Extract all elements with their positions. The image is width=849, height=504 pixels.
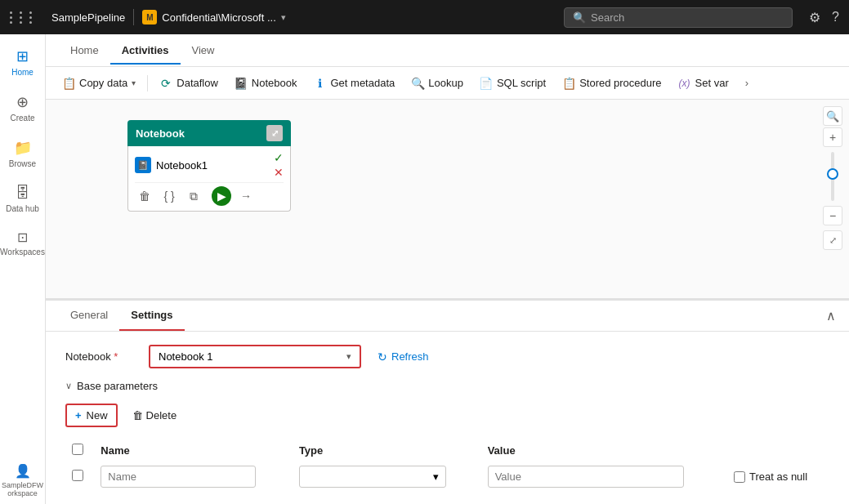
notebook-form-label: Notebook * — [65, 350, 139, 363]
sidebar-item-datahub[interactable]: 🗄 Data hub — [2, 178, 43, 220]
delete-node-btn[interactable]: 🗑 — [135, 186, 154, 206]
zoom-in-btn[interactable]: + — [823, 127, 842, 147]
toolbar-dataflow[interactable]: ⟳ Dataflow — [153, 74, 225, 93]
lookup-label: Lookup — [428, 77, 463, 89]
bottom-tabs: General Settings — [59, 301, 185, 331]
select-all-checkbox[interactable] — [72, 444, 83, 455]
sidebar-label-create: Create — [10, 114, 34, 123]
notebook-node[interactable]: Notebook ⤢ 📓 Notebook1 ✓ ✕ 🗑 { } — [127, 120, 291, 212]
connect-node-btn[interactable]: → — [236, 186, 256, 206]
base-params-toggle[interactable]: ∨ Base parameters — [65, 380, 158, 392]
param-type-select[interactable]: ▾ — [299, 466, 446, 488]
node-corner-btn[interactable]: ⤢ — [266, 125, 283, 141]
topbar-divider — [133, 9, 134, 25]
zoom-out-btn[interactable]: − — [823, 206, 842, 225]
toolbar-stored-procedure[interactable]: 📋 Stored procedure — [556, 74, 668, 93]
tab-activities[interactable]: Activities — [110, 38, 181, 65]
sidebar-item-home[interactable]: ⊞ Home — [2, 41, 43, 83]
tab-home[interactable]: Home — [59, 38, 110, 65]
sidebar-label-browse: Browse — [9, 159, 36, 168]
workspace-selector[interactable]: M Confidential\Microsoft ... ▾ — [142, 10, 285, 25]
delete-label: Delete — [146, 409, 177, 421]
row-checkbox[interactable] — [72, 470, 83, 481]
dataflow-label: Dataflow — [177, 77, 218, 89]
toolbar-sql-script[interactable]: 📄 SQL script — [473, 74, 552, 93]
notebook-value: Notebook 1 — [159, 350, 213, 363]
settings-icon[interactable]: ⚙ — [809, 10, 820, 25]
toolbar-divider-1 — [147, 75, 148, 91]
notebook-form-row: Notebook * Notebook 1 ▾ ↻ Refresh — [65, 345, 829, 368]
user-icon: 👤 — [15, 463, 31, 479]
tab-general[interactable]: General — [59, 301, 119, 331]
zoom-slider-thumb[interactable] — [827, 168, 838, 180]
search-input[interactable] — [591, 11, 784, 24]
sidebar-label-workspace-user: SampleDFW orkspace — [2, 481, 43, 497]
sql-script-icon: 📄 — [480, 77, 493, 90]
sidebar-label-workspaces: Workspaces — [0, 248, 45, 256]
toolbar-lookup[interactable]: 🔍 Lookup — [404, 74, 470, 93]
code-node-btn[interactable]: { } — [159, 186, 179, 206]
refresh-btn[interactable]: ↻ Refresh — [371, 347, 436, 367]
table-actions: + New 🗑 Delete — [65, 404, 829, 427]
activity-name: Notebook1 — [156, 159, 208, 172]
sidebar-label-datahub: Data hub — [6, 204, 39, 213]
bottom-panel: General Settings ∧ Notebook * Notebook 1… — [46, 298, 849, 504]
notebook-toolbar-label: Notebook — [252, 77, 297, 89]
copy-node-btn[interactable]: ⧉ — [184, 186, 203, 206]
set-var-icon: (x) — [678, 77, 691, 90]
copy-data-label: Copy data — [79, 77, 127, 89]
param-value-input[interactable] — [488, 466, 684, 488]
delete-param-btn[interactable]: 🗑 Delete — [124, 405, 185, 426]
sidebar-item-browse[interactable]: 📁 Browse — [2, 132, 43, 175]
settings-content: Notebook * Notebook 1 ▾ ↻ Refresh ∨ — [46, 332, 849, 504]
apps-grid-icon[interactable] — [10, 11, 37, 24]
dataflow-icon: ⟳ — [159, 77, 172, 90]
browse-icon: 📁 — [14, 139, 32, 157]
sidebar-label-home: Home — [11, 68, 34, 77]
toolbar-set-var[interactable]: (x) Set var — [672, 74, 735, 93]
copy-data-chevron: ▾ — [132, 78, 136, 87]
param-type-chevron: ▾ — [433, 471, 439, 483]
sidebar-item-workspaces[interactable]: ⊡ Workspaces — [2, 223, 43, 263]
run-node-btn[interactable]: ▶ — [212, 186, 231, 206]
stored-procedure-icon: 📋 — [562, 77, 575, 90]
search-bar[interactable]: 🔍 — [564, 7, 793, 28]
topbar-actions: ⚙ ? — [809, 10, 839, 25]
sql-script-label: SQL script — [497, 77, 546, 89]
params-table: Name Type Value — [65, 439, 829, 491]
tab-settings[interactable]: Settings — [119, 301, 184, 331]
node-actions: 🗑 { } ⧉ ▶ → — [135, 182, 284, 206]
tab-view[interactable]: View — [181, 38, 226, 65]
activity-row: 📓 Notebook1 ✓ ✕ — [135, 151, 284, 179]
nav-tabs: Home Activities View — [46, 34, 849, 67]
home-icon: ⊞ — [16, 47, 29, 65]
activity-toolbar: 📋 Copy data ▾ ⟳ Dataflow 📓 Notebook ℹ Ge… — [46, 67, 849, 100]
treat-null-label: Treat as null — [749, 471, 807, 483]
zoom-slider[interactable] — [831, 152, 834, 201]
main-layout: ⊞ Home ⊕ Create 📁 Browse 🗄 Data hub ⊡ Wo… — [0, 34, 849, 504]
bottom-panel-header: General Settings ∧ — [46, 301, 849, 332]
treat-null-checkbox[interactable] — [734, 471, 745, 483]
plus-icon: + — [75, 409, 82, 421]
sidebar-item-create[interactable]: ⊕ Create — [2, 87, 43, 129]
search-icon: 🔍 — [573, 11, 586, 24]
required-marker: * — [114, 350, 118, 363]
param-name-input[interactable] — [101, 466, 256, 488]
toolbar-notebook[interactable]: 📓 Notebook — [228, 74, 304, 93]
toolbar-copy-data[interactable]: 📋 Copy data ▾ — [56, 74, 142, 93]
new-param-btn[interactable]: + New — [65, 404, 118, 427]
toolbar-more[interactable]: › — [739, 74, 755, 92]
col-type: Type — [293, 439, 481, 462]
help-icon[interactable]: ? — [832, 10, 839, 25]
status-check-icon: ✓ — [274, 151, 284, 164]
sidebar-item-workspace-user[interactable]: 👤 SampleDFW orkspace — [2, 457, 43, 504]
delete-icon: 🗑 — [132, 409, 143, 421]
get-metadata-icon: ℹ — [314, 77, 327, 90]
zoom-search-icon[interactable]: 🔍 — [823, 106, 842, 126]
pipeline-title: SamplePipeline — [51, 11, 125, 24]
toolbar-get-metadata[interactable]: ℹ Get metadata — [307, 74, 402, 93]
set-var-label: Set var — [695, 77, 729, 89]
zoom-fit-btn[interactable]: ⤢ — [823, 230, 842, 250]
notebook-dropdown[interactable]: Notebook 1 ▾ — [149, 345, 361, 368]
bottom-collapse-btn[interactable]: ∧ — [826, 308, 836, 323]
